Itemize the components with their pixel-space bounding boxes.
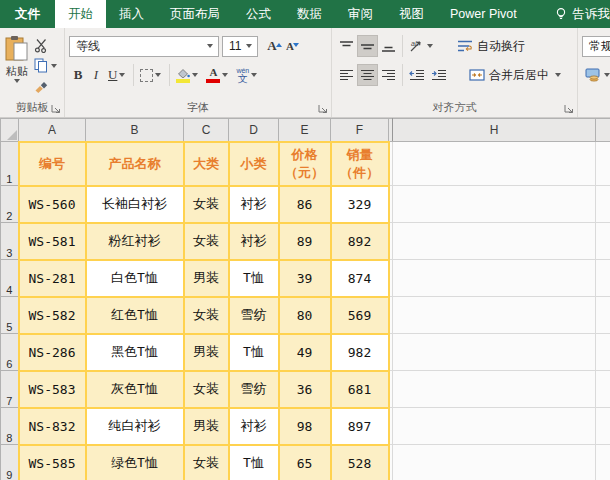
decrease-indent-button[interactable] <box>406 64 428 86</box>
col-header-C[interactable]: C <box>184 119 229 142</box>
cell[interactable]: 衬衫 <box>229 408 279 445</box>
format-painter-button[interactable] <box>34 76 59 95</box>
alignment-dialog-launcher[interactable] <box>564 104 574 114</box>
cell[interactable] <box>596 408 610 445</box>
cell[interactable]: 价格 （元） <box>279 142 331 186</box>
cell[interactable]: 女装 <box>184 297 229 334</box>
copy-button[interactable] <box>34 56 59 75</box>
cell[interactable]: 897 <box>331 408 389 445</box>
cell[interactable]: 98 <box>279 408 331 445</box>
row-header-8[interactable]: 8 <box>1 408 19 445</box>
select-all-corner[interactable] <box>1 119 19 142</box>
cell[interactable]: 女装 <box>184 186 229 223</box>
borders-dropdown-arrow[interactable] <box>155 73 161 77</box>
align-bottom-button[interactable] <box>378 35 399 57</box>
increase-indent-button[interactable] <box>428 64 450 86</box>
cell[interactable]: 329 <box>331 186 389 223</box>
font-size-combo[interactable]: 11 <box>222 36 258 57</box>
cell[interactable] <box>393 334 596 371</box>
cell[interactable]: NS-832 <box>19 408 86 445</box>
cell[interactable]: 36 <box>279 371 331 408</box>
cell[interactable]: 粉红衬衫 <box>86 223 184 260</box>
merge-center-dropdown-arrow[interactable] <box>555 73 561 77</box>
row-header-1[interactable]: 1 <box>1 142 19 186</box>
cell[interactable]: 681 <box>331 371 389 408</box>
cell[interactable] <box>596 445 610 480</box>
align-center-button[interactable] <box>357 64 378 86</box>
cell[interactable]: 982 <box>331 334 389 371</box>
cell[interactable]: 红色T恤 <box>86 297 184 334</box>
orientation-button[interactable]: ab <box>406 35 438 57</box>
col-header-D[interactable]: D <box>229 119 279 142</box>
copy-dropdown-arrow[interactable] <box>51 64 57 68</box>
tab-formulas[interactable]: 公式 <box>233 0 284 28</box>
number-format-combo[interactable]: 常规 <box>582 36 610 57</box>
row-header-3[interactable]: 3 <box>1 223 19 260</box>
cell[interactable]: 销量 （件） <box>331 142 389 186</box>
accounting-dropdown-arrow[interactable] <box>604 73 610 77</box>
row-header-5[interactable]: 5 <box>1 297 19 334</box>
tab-review[interactable]: 审阅 <box>335 0 386 28</box>
cell[interactable]: 长袖白衬衫 <box>86 186 184 223</box>
cell[interactable]: T恤 <box>229 334 279 371</box>
cell[interactable]: 569 <box>331 297 389 334</box>
cell[interactable] <box>596 297 610 334</box>
row-header-7[interactable]: 7 <box>1 371 19 408</box>
cell[interactable]: 大类 <box>184 142 229 186</box>
cell[interactable]: WS-560 <box>19 186 86 223</box>
cell[interactable] <box>596 186 610 223</box>
cell[interactable] <box>596 260 610 297</box>
cell[interactable]: 男装 <box>184 260 229 297</box>
cell[interactable]: 雪纺 <box>229 297 279 334</box>
col-header-H[interactable]: H <box>393 119 596 142</box>
grow-font-button[interactable]: A <box>263 35 281 57</box>
tab-view[interactable]: 视图 <box>386 0 437 28</box>
font-color-dropdown-arrow[interactable] <box>222 73 228 77</box>
cell[interactable]: WS-581 <box>19 223 86 260</box>
col-header-E[interactable]: E <box>279 119 331 142</box>
tab-page-layout[interactable]: 页面布局 <box>157 0 233 28</box>
tell-me[interactable]: 告诉我 <box>546 0 610 28</box>
col-header-B[interactable]: B <box>86 119 184 142</box>
clipboard-dialog-launcher[interactable] <box>51 104 61 114</box>
cell[interactable]: 49 <box>279 334 331 371</box>
cell[interactable]: 65 <box>279 445 331 480</box>
cell[interactable] <box>393 223 596 260</box>
font-color-button[interactable]: A <box>203 64 233 86</box>
cell[interactable] <box>393 142 596 186</box>
col-header-A[interactable]: A <box>19 119 86 142</box>
cell[interactable] <box>596 334 610 371</box>
font-dialog-launcher[interactable] <box>318 104 328 114</box>
cell[interactable]: 86 <box>279 186 331 223</box>
tab-power-pivot[interactable]: Power Pivot <box>437 0 530 28</box>
cell[interactable] <box>393 260 596 297</box>
row-header-9[interactable]: 9 <box>1 445 19 480</box>
row-header-6[interactable]: 6 <box>1 334 19 371</box>
col-header-next[interactable] <box>596 119 610 142</box>
cell[interactable]: T恤 <box>229 260 279 297</box>
cell[interactable]: 男装 <box>184 334 229 371</box>
cell[interactable]: NS-286 <box>19 334 86 371</box>
tab-home[interactable]: 开始 <box>55 0 106 28</box>
orientation-dropdown-arrow[interactable] <box>427 44 433 48</box>
tab-data[interactable]: 数据 <box>284 0 335 28</box>
cell[interactable]: 女装 <box>184 371 229 408</box>
cell[interactable]: WS-582 <box>19 297 86 334</box>
cell[interactable]: 雪纺 <box>229 371 279 408</box>
cell[interactable] <box>393 371 596 408</box>
cell[interactable]: 小类 <box>229 142 279 186</box>
merge-center-button[interactable]: 合并后居中 <box>466 64 566 86</box>
underline-button[interactable]: U <box>105 64 130 86</box>
cell[interactable]: 纯白衬衫 <box>86 408 184 445</box>
cell[interactable]: 绿色T恤 <box>86 445 184 480</box>
font-name-dropdown-arrow[interactable] <box>207 44 213 48</box>
row-header-2[interactable]: 2 <box>1 186 19 223</box>
cell[interactable]: 89 <box>279 223 331 260</box>
cell[interactable]: WS-585 <box>19 445 86 480</box>
align-middle-button[interactable] <box>357 35 378 57</box>
cell[interactable] <box>393 408 596 445</box>
underline-dropdown-arrow[interactable] <box>119 73 125 77</box>
align-right-button[interactable] <box>378 64 399 86</box>
font-name-combo[interactable]: 等线 <box>69 36 219 57</box>
cell[interactable]: WS-583 <box>19 371 86 408</box>
